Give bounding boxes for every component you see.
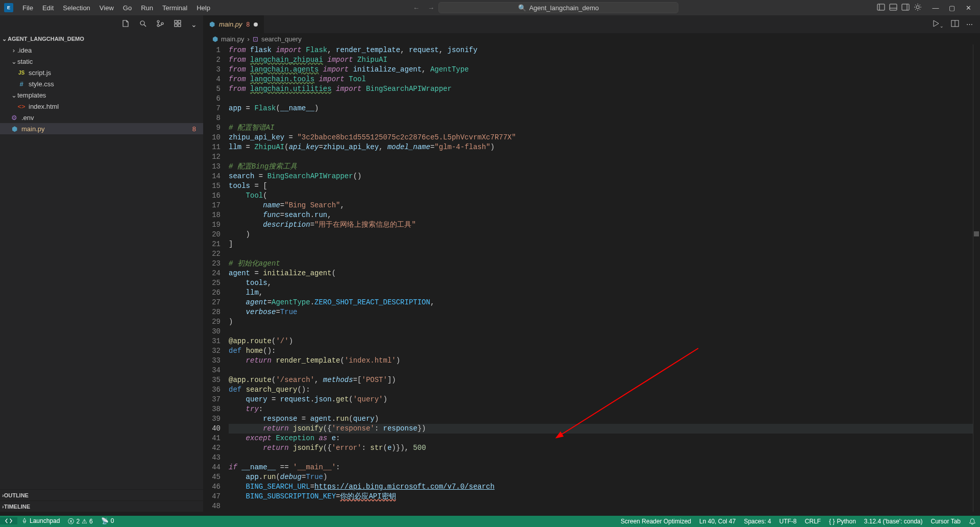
panel-bottom-icon[interactable] [889,3,897,13]
menu-go[interactable]: Go [119,2,136,14]
code-line[interactable]: zhipu_api_key = "3c2babce8bc1d555125075c… [229,133,980,142]
menu-file[interactable]: File [18,2,37,14]
code-editor[interactable]: 1234567891011121314151617181920212223242… [203,44,980,512]
encoding-button[interactable]: UTF-8 [775,518,801,525]
code-line[interactable]: ) [229,230,980,239]
code-line[interactable]: @app.route('/search', methods=['POST']) [229,375,980,385]
timeline-section[interactable]: › TIMELINE [0,500,203,512]
nav-back-icon[interactable]: ← [413,4,420,12]
code-line[interactable] [229,366,980,375]
remote-indicator[interactable] [0,517,17,524]
split-editor-icon[interactable] [951,19,959,29]
menu-view[interactable]: View [95,2,118,14]
code-line[interactable]: llm = ZhipuAI(api_key=zhipu_api_key, mod… [229,142,980,152]
maximize-button[interactable]: ▢ [944,1,960,15]
code-line[interactable] [229,327,980,337]
eol-button[interactable]: CRLF [801,518,825,525]
code-line[interactable]: def home(): [229,346,980,356]
code-line[interactable] [229,249,980,259]
code-line[interactable]: from langchain.utilities import BingSear… [229,84,980,94]
code-line[interactable] [229,501,980,511]
panel-left-icon[interactable] [877,3,885,13]
code-line[interactable] [229,152,980,162]
minimap[interactable] [973,44,980,512]
code-line[interactable]: description="用于在网络上搜索信息的工具" [229,220,980,230]
code-line[interactable]: query = request.json.get('query') [229,395,980,404]
tree-item-main-py[interactable]: ⬢main.py8 [0,123,203,134]
code-line[interactable]: app = Flask(__name__) [229,104,980,113]
tree-item--env[interactable]: ⚙.env [0,112,203,123]
cursor-tab-button[interactable]: Cursor Tab [927,518,965,525]
code-line[interactable]: Tool( [229,191,980,201]
menu-help[interactable]: Help [192,2,214,14]
code-line[interactable] [229,94,980,104]
code-line[interactable]: return jsonify({'error': str(e)}), 500 [229,443,980,453]
code-line[interactable]: BING_SEARCH_URL=https://api.bing.microso… [229,482,980,492]
menu-selection[interactable]: Selection [59,2,94,14]
code-line[interactable]: # 初始化agent [229,259,980,269]
code-line[interactable]: tools = [ [229,181,980,191]
command-center-search[interactable]: 🔍 Agent_langchain_demo [438,2,678,13]
launchpad-button[interactable]: Launchpad [17,517,64,524]
code-line[interactable]: from langchain.tools import Tool [229,75,980,84]
code-line[interactable]: return render_template('index.html') [229,356,980,366]
screen-reader-status[interactable]: Screen Reader Optimized [617,518,695,525]
code-line[interactable]: llm, [229,288,980,298]
menu-run[interactable]: Run [137,2,157,14]
cursor-position[interactable]: Ln 40, Col 47 [695,518,740,525]
tab-main-py[interactable]: ⬢ main.py 8 [203,15,264,33]
language-mode-button[interactable]: { } Python [825,518,860,525]
nav-forward-icon[interactable]: → [428,4,434,12]
code-line[interactable]: tools, [229,278,980,288]
outline-section[interactable]: › OUTLINE [0,489,203,500]
tree-item-static[interactable]: ⌄static [0,56,203,67]
panel-right-icon[interactable] [901,3,910,13]
close-button[interactable]: ✕ [961,1,976,15]
ports-button[interactable]: 📡0 [97,517,118,524]
code-line[interactable]: from flask import Flask, render_template… [229,45,980,55]
tree-item-templates[interactable]: ⌄templates [0,89,203,101]
customize-layout-icon[interactable] [914,3,922,13]
code-line[interactable]: # 配置Bing搜索工具 [229,162,980,172]
indentation-button[interactable]: Spaces: 4 [740,518,775,525]
chevron-down-icon[interactable]: ⌄ [191,20,197,29]
search-sidebar-icon[interactable] [139,19,147,29]
minimize-button[interactable]: — [928,1,943,15]
tree-item-index-html[interactable]: <>index.html [0,101,203,112]
code-line[interactable]: response = agent.run(query) [229,414,980,424]
code-line[interactable]: def search_query(): [229,385,980,395]
menu-terminal[interactable]: Terminal [158,2,191,14]
tree-item-script-js[interactable]: JSscript.js [0,67,203,78]
code-line[interactable]: from langchain_zhipuai import ZhipuAI [229,55,980,65]
explorer-project-header[interactable]: ⌄ AGENT_LANGCHAIN_DEMO [0,33,203,44]
source-control-icon[interactable] [156,19,164,29]
code-content[interactable]: from flask import Flask, render_template… [229,44,980,512]
code-line[interactable]: verbose=True [229,307,980,317]
code-line[interactable]: @app.route('/') [229,337,980,346]
code-line[interactable]: return jsonify({'response': response}) [229,424,980,434]
new-file-icon[interactable] [121,19,130,29]
tree-item--idea[interactable]: ›.idea [0,44,203,56]
code-line[interactable]: search = BingSearchAPIWrapper() [229,172,980,181]
code-line[interactable]: ) [229,317,980,327]
code-line[interactable]: from langchain.agents import initialize_… [229,65,980,75]
code-line[interactable]: agent = initialize_agent( [229,269,980,278]
code-line[interactable] [229,453,980,463]
code-line[interactable]: ] [229,239,980,249]
python-interpreter-button[interactable]: 3.12.4 ('base': conda) [860,518,927,525]
code-line[interactable]: # 配置智谱AI [229,123,980,133]
code-line[interactable]: func=search.run, [229,210,980,220]
extensions-icon[interactable] [174,19,182,29]
problems-button[interactable]: ⓧ2 ⚠6 [64,517,96,526]
code-line[interactable]: BING_SUBSCRIPTION_KEY=你的必应API密钥 [229,492,980,501]
code-line[interactable]: agent=AgentType.ZERO_SHOT_REACT_DESCRIPT… [229,298,980,307]
menu-edit[interactable]: Edit [38,2,58,14]
code-line[interactable]: app.run(debug=True) [229,472,980,482]
code-line[interactable]: except Exception as e: [229,434,980,443]
tree-item-style-css[interactable]: #style.css [0,78,203,89]
run-icon[interactable]: ⌄ [932,19,944,29]
code-line[interactable]: try: [229,404,980,414]
more-actions-icon[interactable]: ⋯ [966,20,973,28]
code-line[interactable] [229,113,980,123]
code-line[interactable]: name="Bing Search", [229,201,980,210]
